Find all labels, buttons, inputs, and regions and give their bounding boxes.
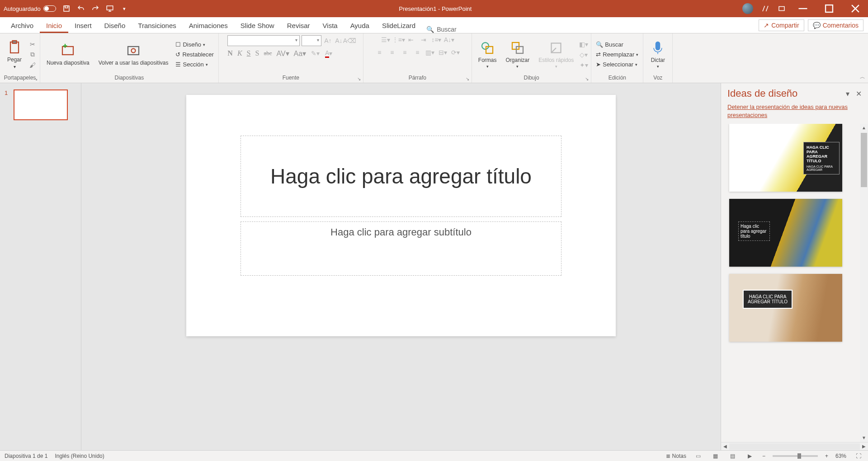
reuse-slides-button[interactable]: Volver a usar las diapositivas: [95, 41, 172, 68]
clear-format-icon[interactable]: A⌫: [345, 36, 354, 45]
language-indicator[interactable]: Inglés (Reino Unido): [55, 453, 104, 459]
tab-insert[interactable]: Insert: [68, 18, 98, 33]
justify-button[interactable]: ≡: [413, 48, 422, 57]
display-options-icon[interactable]: [778, 5, 786, 13]
fit-window-icon[interactable]: ⛶: [854, 452, 863, 460]
slideshow-start-icon[interactable]: [106, 5, 114, 13]
tell-me-search[interactable]: 🔍 Buscar: [422, 26, 461, 33]
tab-vista[interactable]: Vista: [316, 18, 344, 33]
smartart-button[interactable]: ⟳▾: [451, 48, 460, 57]
pane-options-icon[interactable]: ▾: [846, 89, 849, 98]
line-spacing-button[interactable]: ↕≡▾: [432, 35, 441, 44]
scroll-up-icon[interactable]: ▲: [860, 124, 868, 132]
copy-icon[interactable]: ⧉: [28, 50, 37, 59]
slide-thumbnail-1[interactable]: 1: [5, 89, 76, 120]
quick-styles-button[interactable]: Estilos rápidos▾: [535, 38, 577, 71]
dialog-launcher-icon[interactable]: ↘: [584, 75, 590, 82]
font-color-button[interactable]: A▾: [324, 49, 333, 58]
shadow-button[interactable]: S: [255, 49, 259, 57]
bold-button[interactable]: N: [227, 49, 233, 57]
shape-outline-button[interactable]: ◇▾: [579, 50, 588, 59]
font-size-combo[interactable]: ▾: [302, 35, 321, 46]
save-icon[interactable]: [62, 5, 71, 13]
zoom-in-button[interactable]: +: [825, 453, 828, 459]
normal-view-icon[interactable]: ▭: [693, 452, 703, 460]
tab-slideshow[interactable]: Slide Show: [234, 18, 281, 33]
cut-icon[interactable]: ✂: [28, 40, 37, 49]
highlight-color-button[interactable]: ✎▾: [311, 49, 320, 58]
zoom-level[interactable]: 63%: [835, 453, 846, 459]
text-direction-button[interactable]: A↓▾: [444, 35, 453, 44]
user-avatar[interactable]: [742, 3, 753, 14]
paste-button[interactable]: Pegar ▾: [3, 38, 26, 71]
share-button[interactable]: ↗ Compartir: [759, 19, 804, 31]
italic-button[interactable]: K: [237, 49, 242, 57]
columns-button[interactable]: ▥▾: [425, 48, 434, 57]
change-case-button[interactable]: Aa▾: [294, 49, 307, 58]
tab-slidelizard[interactable]: SlideLizard: [376, 18, 422, 33]
hscroll-track[interactable]: [729, 443, 860, 450]
collapse-ribbon-button[interactable]: ︿: [860, 73, 865, 81]
autosave-toggle[interactable]: Autoguardado: [4, 5, 56, 12]
title-placeholder[interactable]: Haga clic para agregar título: [241, 136, 561, 217]
design-ideas-list[interactable]: HAGA CLIC PARA AGREGAR TÍTULO HAGA CLIC …: [721, 124, 860, 442]
tab-inicio[interactable]: Inicio: [40, 18, 68, 33]
increase-font-icon[interactable]: A↑: [323, 36, 332, 45]
design-idea-2[interactable]: Haga clic para agregar título: [729, 199, 842, 267]
design-ideas-vscrollbar[interactable]: ▲ ▼: [860, 124, 868, 442]
align-text-button[interactable]: ⊟▾: [438, 48, 447, 57]
slide-counter[interactable]: Diapositiva 1 de 1: [5, 453, 47, 459]
subtitle-placeholder[interactable]: Haga clic para agregar subtítulo: [241, 221, 561, 276]
align-left-button[interactable]: ≡: [375, 48, 384, 57]
format-painter-icon[interactable]: 🖌: [28, 61, 37, 70]
increase-indent-button[interactable]: ⇥: [419, 35, 428, 44]
notes-button[interactable]: ≣ Notas: [666, 453, 686, 459]
reading-view-icon[interactable]: ▤: [728, 452, 738, 460]
tab-revisar[interactable]: Revisar: [281, 18, 316, 33]
reset-button[interactable]: ↺Restablecer: [174, 50, 215, 59]
dialog-launcher-icon[interactable]: ↘: [464, 75, 471, 82]
minimize-button[interactable]: [794, 0, 812, 17]
tab-diseno[interactable]: Diseño: [98, 18, 132, 33]
design-ideas-hscrollbar[interactable]: ◀ ▶: [721, 442, 868, 450]
dictate-button[interactable]: Dictar▾: [646, 38, 670, 71]
shapes-button[interactable]: Formas▾: [475, 38, 500, 71]
redo-icon[interactable]: [91, 5, 99, 13]
tab-transiciones[interactable]: Transiciones: [132, 18, 182, 33]
design-idea-1[interactable]: HAGA CLIC PARA AGREGAR TÍTULO HAGA CLIC …: [729, 124, 842, 192]
stop-suggestions-link[interactable]: Detener la presentación de ideas para nu…: [721, 102, 868, 124]
bullets-button[interactable]: ☰▾: [381, 35, 390, 44]
section-button[interactable]: ☰Sección ▾: [174, 60, 215, 69]
scroll-down-icon[interactable]: ▼: [860, 434, 868, 442]
slide-canvas-area[interactable]: Haga clic para agregar título Haga clic …: [81, 83, 721, 450]
dialog-launcher-icon[interactable]: ↘: [33, 75, 39, 82]
tab-ayuda[interactable]: Ayuda: [344, 18, 376, 33]
align-right-button[interactable]: ≡: [400, 48, 409, 57]
underline-button[interactable]: S: [247, 49, 251, 57]
font-family-combo[interactable]: ▾: [227, 35, 300, 46]
select-button[interactable]: ➤Seleccionar ▾: [594, 60, 640, 69]
tab-archivo[interactable]: Archivo: [5, 18, 40, 33]
align-center-button[interactable]: ≡: [387, 48, 396, 57]
decrease-font-icon[interactable]: A↓: [334, 36, 343, 45]
maximize-button[interactable]: [820, 0, 838, 17]
decrease-indent-button[interactable]: ⇤: [406, 35, 415, 44]
scroll-left-icon[interactable]: ◀: [721, 444, 729, 449]
tab-animaciones[interactable]: Animaciones: [183, 18, 234, 33]
new-slide-button[interactable]: Nueva diapositiva: [43, 41, 93, 68]
sorter-view-icon[interactable]: ▦: [711, 452, 721, 460]
comments-button[interactable]: 💬 Comentarios: [808, 19, 863, 31]
strikethrough-button[interactable]: abc: [264, 50, 272, 57]
close-button[interactable]: [846, 0, 864, 17]
zoom-slider[interactable]: [773, 455, 818, 457]
coming-soon-icon[interactable]: [761, 5, 769, 13]
arrange-button[interactable]: Organizar▾: [502, 38, 533, 71]
scroll-right-icon[interactable]: ▶: [860, 444, 868, 449]
find-button[interactable]: 🔍Buscar: [594, 40, 640, 49]
close-pane-icon[interactable]: ✕: [856, 89, 862, 98]
char-spacing-button[interactable]: AV▾: [276, 49, 289, 58]
scroll-thumb[interactable]: [861, 133, 867, 187]
shape-fill-button[interactable]: ◧▾: [579, 40, 588, 49]
slideshow-view-icon[interactable]: ▶: [745, 452, 755, 460]
shape-effects-button[interactable]: ✦▾: [579, 61, 588, 70]
